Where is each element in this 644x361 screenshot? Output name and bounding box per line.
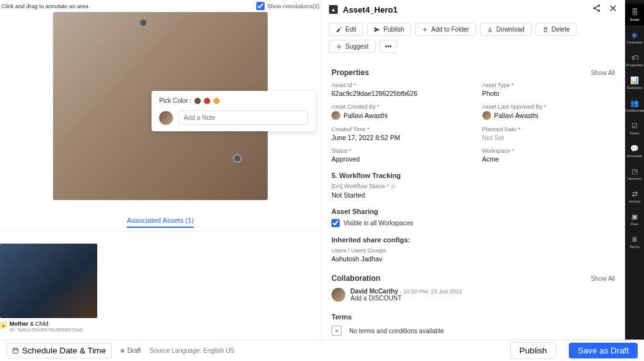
close-icon[interactable] bbox=[609, 4, 617, 15]
schedule-button[interactable]: Schedule Date & Time bbox=[6, 343, 112, 358]
users-groups-label: Users / Users Groups bbox=[331, 247, 615, 254]
info-icon: i bbox=[390, 184, 397, 190]
svg-rect-4 bbox=[13, 348, 18, 353]
tab-associated-assets[interactable]: Associated Assets (1) bbox=[127, 216, 194, 228]
terms-heading: Terms bbox=[331, 313, 615, 321]
annotation-marker[interactable] bbox=[139, 18, 148, 27]
asset-sharing-heading: Asset Sharing bbox=[331, 208, 615, 215]
show-all-collaboration[interactable]: Show All bbox=[591, 275, 615, 282]
sidebar-item-terms[interactable]: 🗎Terms bbox=[625, 231, 644, 252]
svg-point-2 bbox=[598, 9, 600, 11]
publish-footer-button[interactable]: Publish bbox=[510, 342, 557, 359]
tag-icon: 🏷 bbox=[630, 53, 639, 62]
draft-status: Draft bbox=[121, 347, 141, 354]
delete-button[interactable]: Delete bbox=[535, 23, 577, 36]
collaboration-comment: David McCarthy - 10:50 PM, 23 Jun 2022 A… bbox=[331, 288, 615, 302]
prop-approved-by: Asset Last Approved By * Pallavi Awasthi bbox=[482, 104, 616, 120]
publish-button[interactable]: Publish bbox=[367, 23, 411, 36]
sidebar-item-asset[interactable]: 🗄Asset bbox=[625, 4, 644, 25]
sidebar-item-activity[interactable]: ⇄Activity bbox=[625, 186, 644, 207]
pick-color-label: Pick Color : bbox=[159, 97, 191, 104]
sidebar-item-tasks[interactable]: ☑Tasks bbox=[625, 117, 644, 139]
edit-button[interactable]: Edit bbox=[329, 23, 363, 36]
archive-icon: 🗄 bbox=[630, 8, 639, 16]
image-icon: ▲ bbox=[0, 322, 7, 329]
color-swatch[interactable] bbox=[204, 98, 210, 104]
view-icon: ◉ bbox=[630, 30, 639, 39]
svg-point-0 bbox=[598, 4, 600, 6]
collaboration-heading: Collaboration bbox=[331, 274, 380, 283]
svg-point-3 bbox=[338, 45, 340, 47]
suggest-button[interactable]: Suggest bbox=[329, 40, 376, 53]
annotation-marker[interactable] bbox=[233, 154, 242, 163]
right-sidebar: 🗄Asset ◉Overview 🏷Properties 📊Statistics… bbox=[625, 0, 644, 340]
source-language: Source Language: English US bbox=[150, 347, 234, 354]
post-icon: ▣ bbox=[630, 212, 639, 221]
bottom-bar: Schedule Date & Time Draft Source Langua… bbox=[0, 340, 644, 361]
activity-icon: ⇄ bbox=[630, 189, 639, 198]
save-draft-button[interactable]: Save as Draft bbox=[569, 343, 638, 358]
svg-point-1 bbox=[593, 7, 596, 9]
color-swatch[interactable] bbox=[213, 98, 220, 104]
inherited-user: Ashutosh Jadhav bbox=[331, 255, 615, 263]
annotate-hint: Click and drag to annotate an area bbox=[1, 3, 88, 9]
avatar bbox=[331, 111, 340, 120]
avatar bbox=[482, 111, 491, 120]
visible-all-workspaces-toggle[interactable]: Visible in all Workspaces bbox=[331, 219, 615, 227]
prop-workflow-status: [DA] Workflow Status *i Not Started bbox=[331, 183, 615, 199]
show-all-properties[interactable]: Show All bbox=[591, 69, 615, 76]
terms-empty: No terms and conditions available bbox=[349, 328, 444, 334]
prop-planned-date: Planned Date * Not Set bbox=[482, 126, 616, 141]
sidebar-item-collaborate[interactable]: 👥Collaborate bbox=[625, 95, 644, 116]
sidebar-item-properties[interactable]: 🏷Properties bbox=[625, 49, 644, 71]
asset-title: Asset4_Hero1 bbox=[343, 5, 587, 15]
prop-workspace: Workspace * Acme bbox=[482, 148, 616, 163]
people-icon: 👥 bbox=[630, 98, 639, 107]
download-button[interactable]: Download bbox=[480, 23, 531, 36]
sidebar-item-overview[interactable]: ◉Overview bbox=[625, 27, 644, 48]
properties-heading: Properties bbox=[331, 68, 369, 77]
prop-created-time: Created Time * June 17, 2022 8:52 PM bbox=[331, 126, 465, 141]
share-icon[interactable] bbox=[592, 4, 601, 15]
associated-asset-thumbnail[interactable] bbox=[0, 244, 97, 318]
sidebar-item-statistics[interactable]: 📊Statistics bbox=[625, 72, 644, 93]
add-to-folder-button[interactable]: Add to Folder bbox=[415, 23, 476, 36]
version-icon: ◳ bbox=[630, 167, 639, 175]
terms-icon: ✕ bbox=[331, 326, 342, 336]
thumbnail-title: Mother & Child ID: 5e8cc356d9678c2668f57… bbox=[9, 321, 83, 333]
show-annotations-toggle[interactable]: Show Annotations(2) bbox=[256, 2, 319, 10]
asset-type-icon: ▲ bbox=[329, 5, 338, 14]
avatar bbox=[331, 288, 345, 302]
color-swatch[interactable] bbox=[194, 98, 201, 104]
avatar bbox=[159, 111, 173, 125]
annotation-note-input[interactable] bbox=[178, 110, 308, 125]
chart-icon: 📊 bbox=[630, 76, 639, 85]
chat-icon: 💬 bbox=[630, 144, 639, 153]
more-button[interactable]: ••• bbox=[379, 40, 398, 53]
annotation-popup: Pick Color : bbox=[152, 91, 316, 131]
workflow-tracking-heading: 5. Workflow Tracking bbox=[331, 172, 615, 179]
file-icon: 🗎 bbox=[630, 235, 639, 244]
sidebar-item-versions[interactable]: ◳Versions bbox=[625, 163, 644, 184]
sidebar-item-post[interactable]: ▣Post bbox=[625, 208, 644, 230]
prop-asset-id: Asset Id * 62ac9c29dae1286225bfb626 bbox=[331, 82, 465, 97]
prop-status: Status * Approved bbox=[331, 148, 465, 163]
prop-created-by: Asset Created By * Pallavi Awasthi bbox=[331, 104, 465, 120]
sidebar-item-annotate[interactable]: 💬Annotate bbox=[625, 140, 644, 162]
inherited-share-heading: Inherited share configs: bbox=[331, 236, 615, 244]
task-icon: ☑ bbox=[630, 121, 639, 130]
prop-asset-type: Asset Type * Photo bbox=[482, 82, 616, 97]
thumbnail-id: ID: 5e8cc356d9678c2668f570a9 bbox=[9, 327, 83, 333]
